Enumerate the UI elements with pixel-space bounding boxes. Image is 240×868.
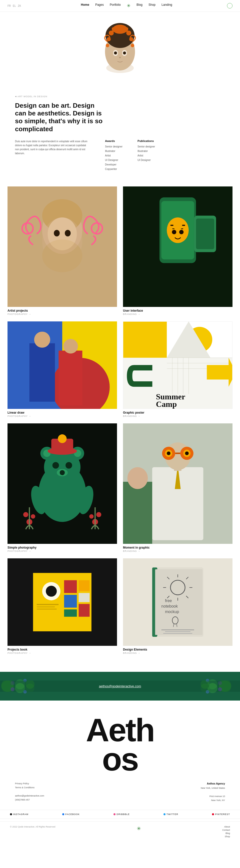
svg-point-42 [34, 332, 50, 347]
portfolio-item-user-interface[interactable]: User interface BRANDING [123, 186, 233, 315]
nav-shop[interactable]: Shop [149, 3, 155, 8]
footer-terms-link[interactable]: Terms & Conditions [15, 785, 98, 789]
svg-point-7 [106, 44, 109, 47]
instagram-dot [10, 813, 12, 815]
awards-column: Awards Senior designer Illustrator Artis… [105, 140, 122, 172]
nav-links: Home Pages Portfolio ✳ Blog Shop Landing [26, 3, 227, 8]
portfolio-item-design-elements[interactable]: free notebook mockup Design Elements BRA… [123, 558, 233, 654]
footer-left: Privacy Policy Terms & Conditions aethos… [15, 781, 98, 802]
item-tag-moment: BRANDING [123, 550, 233, 552]
about-tag: ART MODEL IN DESIGN [15, 95, 225, 98]
bottom-link-shop[interactable]: Shop [225, 835, 230, 838]
svg-point-96 [127, 467, 148, 489]
svg-rect-101 [64, 580, 77, 593]
item-title-moment: Moment in graphic [123, 546, 233, 549]
portfolio-item-artist-projects[interactable]: Artist projects PHOTOGRAPHY [7, 186, 117, 315]
portfolio-grid: Artist projects PHOTOGRAPHY [7, 186, 233, 654]
svg-rect-36 [196, 218, 214, 249]
nav-home[interactable]: Home [81, 3, 89, 8]
svg-point-152 [218, 687, 222, 691]
social-twitter[interactable]: TWITTER [163, 813, 178, 815]
language-switcher[interactable]: FR EL ZK [7, 4, 21, 7]
svg-rect-113 [155, 569, 203, 635]
footer-phone: (456)7865-457 [15, 799, 30, 801]
item-tag-ui: BRANDING [123, 313, 233, 315]
item-tag-linear: PHOTOGRAPHY [7, 415, 117, 417]
dribbble-dot [114, 813, 116, 815]
svg-point-9 [115, 25, 125, 30]
bottom-link-about[interactable]: About [224, 826, 230, 828]
portfolio-item-simple-photography[interactable]: Simple photography PHOTOGRAPHY [7, 423, 117, 552]
social-bar: INSTAGRAM FACEBOOK DRIBBBLE TWITTER PINT… [0, 810, 240, 819]
nav-circle-icon[interactable] [227, 3, 233, 8]
portfolio-item-projects-book[interactable]: Projects book PHOTOGRAPHY [7, 558, 117, 654]
lang-el[interactable]: EL [13, 4, 16, 7]
item-title-ui: User interface [123, 309, 233, 312]
social-dribbble[interactable]: DRIBBBLE [114, 813, 130, 815]
svg-point-22 [42, 239, 83, 272]
item-title-linear: Linear draw [7, 411, 117, 414]
lang-fr[interactable]: FR [7, 4, 11, 7]
copyright-text: © 2022 Qode Interactive. All Rights Rese… [10, 826, 55, 828]
svg-point-67 [65, 462, 72, 469]
nav-blog[interactable]: Blog [137, 3, 143, 8]
svg-point-153 [206, 690, 209, 693]
twitter-label: TWITTER [167, 813, 178, 815]
publications-column: Publications Senior designer Illustrator… [138, 140, 155, 172]
lang-zk[interactable]: ZK [18, 4, 21, 7]
svg-rect-103 [64, 609, 77, 617]
svg-point-77 [31, 514, 35, 519]
bottom-logo-icon: ✳ [137, 826, 141, 832]
item-title-poster: Graphic poster [123, 411, 233, 414]
social-pinterest[interactable]: PINTEREST [212, 813, 230, 815]
svg-point-13 [123, 52, 126, 55]
bottom-link-contact[interactable]: Contact [222, 829, 230, 831]
item-title-projects: Projects book [7, 648, 117, 651]
nav-portfolio[interactable]: Portfolio [110, 3, 121, 8]
svg-rect-41 [59, 350, 82, 405]
svg-rect-131 [163, 633, 192, 633]
bottom-nav: © 2022 Qode Interactive. All Rights Rese… [0, 821, 240, 842]
svg-point-79 [96, 512, 101, 517]
svg-rect-95 [123, 482, 152, 544]
footer-cta-email[interactable]: aethos@godeinteractive.com [99, 684, 141, 688]
svg-rect-129 [161, 629, 194, 630]
svg-rect-31 [172, 228, 175, 229]
portfolio-item-graphic-poster[interactable]: Summer Camp Graphic poster BRANDING [123, 321, 233, 417]
nav-snowflake-icon: ✳ [127, 3, 130, 8]
portfolio-item-moment[interactable]: Moment in graphic BRANDING [123, 423, 233, 552]
dribbble-label: DRIBBBLE [117, 813, 130, 815]
svg-point-12 [114, 52, 117, 55]
footer-agency-name: Aethos Agency [207, 782, 225, 785]
svg-point-151 [23, 690, 27, 693]
facebook-label: FACEBOOK [65, 813, 80, 815]
pinterest-dot [212, 813, 214, 815]
item-tag-design: BRANDING [123, 652, 233, 654]
footer-location: New York, United States [201, 787, 225, 789]
portfolio-item-linear-draw[interactable]: Linear draw PHOTOGRAPHY [7, 321, 117, 417]
footer-privacy-link[interactable]: Privacy Policy [15, 781, 98, 785]
navbar: FR EL ZK Home Pages Portfolio ✳ Blog Sho… [0, 0, 240, 12]
nav-landing[interactable]: Landing [161, 3, 172, 8]
svg-text:Camp: Camp [156, 400, 177, 409]
svg-rect-30 [182, 225, 185, 226]
social-facebook[interactable]: FACEBOOK [62, 813, 80, 815]
footer-cta-section: aethos@godeinteractive.com [0, 672, 240, 701]
svg-text:mockup: mockup [165, 609, 179, 614]
social-instagram[interactable]: INSTAGRAM [10, 813, 29, 815]
wordmark-section: Aeth os [0, 701, 240, 781]
bottom-links: About Contact Blog Shop [222, 826, 230, 838]
svg-point-8 [131, 44, 134, 47]
svg-rect-104 [79, 580, 90, 591]
brand-wordmark: Aeth os [7, 716, 233, 774]
svg-point-92 [167, 452, 171, 455]
svg-point-23 [54, 230, 60, 236]
nav-pages[interactable]: Pages [95, 3, 104, 8]
bottom-link-blog[interactable]: Blog [226, 832, 230, 835]
svg-rect-105 [79, 593, 90, 602]
hero-image [97, 22, 143, 75]
svg-point-33 [172, 230, 177, 234]
svg-point-93 [185, 452, 189, 455]
svg-point-43 [63, 339, 78, 353]
svg-point-24 [65, 230, 70, 236]
